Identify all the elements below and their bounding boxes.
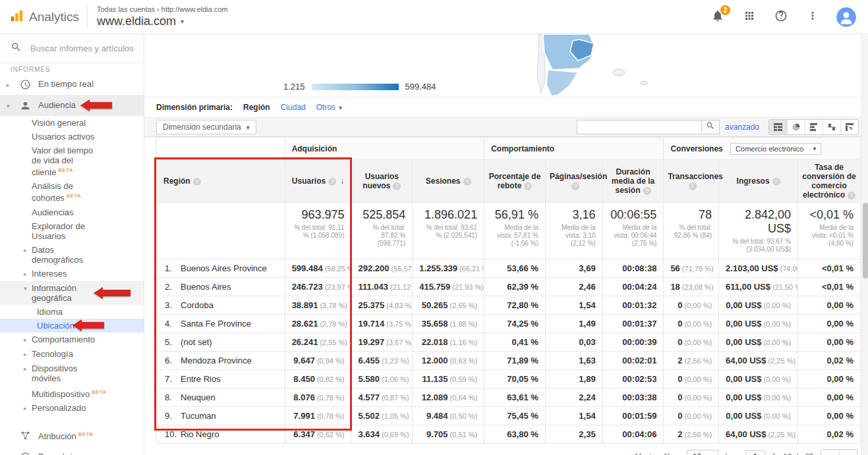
transacciones-cell: 56(71,79 %)	[664, 259, 719, 278]
chevron-down-icon: ▾	[246, 124, 250, 131]
sidebar-item-informacion-geografica[interactable]: ▾Información geográfica	[0, 281, 144, 305]
sidebar-item-en-tiempo-real[interactable]: ▸En tiempo real	[0, 74, 144, 95]
paginas-sesion-cell: 2,46	[545, 278, 602, 296]
ecommerce-selector[interactable]: Comercio electrónico ▾	[730, 143, 821, 155]
region-name: Entre Rios	[181, 374, 221, 384]
prev-page-button[interactable]: ‹	[821, 450, 839, 455]
table-row[interactable]: 1.Buenos Aires Province599.484(58,25 %)2…	[157, 259, 861, 278]
more-menu-button[interactable]	[805, 9, 821, 25]
view-comparison-button[interactable]	[823, 120, 840, 134]
sidebar-item-intereses[interactable]: ▸Intereses	[0, 267, 144, 281]
view-performance-button[interactable]	[805, 120, 823, 134]
table-row[interactable]: 2.Buenos Aires246.723(23,97 %)111.043(21…	[157, 278, 861, 296]
table-row[interactable]: 9.Tucuman7.991(0,78 %)5.502(1,05 %)9.484…	[157, 407, 861, 425]
column-header-rebote[interactable]: Porcentaje de rebote?	[484, 160, 546, 203]
chevron-right-icon: ▸	[24, 245, 32, 255]
column-header-sesiones[interactable]: Sesiones?	[413, 160, 484, 203]
help-icon: ?	[193, 178, 201, 186]
sesiones-cell: 9.705(0,51 %)	[413, 425, 484, 444]
table-row[interactable]: 8.Neuquen8.076(0,78 %)4.577(0,87 %)12.08…	[157, 388, 861, 407]
sidebar-item-descubrir[interactable]: Descubrir	[0, 446, 144, 455]
sidebar-item-atribucion[interactable]: AtribuciónBETA	[0, 425, 144, 446]
sidebar-item-label: Idioma	[37, 307, 108, 317]
sort-desc-icon[interactable]: ↓	[340, 176, 344, 186]
dimension-ciudad[interactable]: Ciudad	[281, 103, 306, 112]
search-icon	[706, 121, 715, 133]
table-row[interactable]: 10.Rio Negro6.347(0,62 %)3.634(0,69 %)9.…	[157, 425, 861, 444]
rows-per-page-select[interactable]: 10 ▾	[687, 450, 718, 455]
transacciones-cell: 2(2,56 %)	[664, 352, 719, 370]
column-header-paginas-sesion[interactable]: Páginas/sesión?	[545, 160, 602, 203]
sidebar-item-label: Información geográfica	[32, 283, 103, 303]
column-header-usuarios-nuevos[interactable]: Usuarios nuevos?	[351, 160, 413, 203]
sidebar-item-dispositivos-moviles[interactable]: ▸Dispositivos móviles	[0, 361, 144, 385]
column-header-region[interactable]: Región?	[157, 160, 285, 203]
usuarios-nuevos-cell: 3.634(0,69 %)	[351, 425, 413, 444]
table-row[interactable]: 4.Santa Fe Province28.621(2,78 %)19.714(…	[157, 315, 861, 333]
chevron-right-icon: ▸	[24, 335, 32, 345]
sidebar-item-ubicacion[interactable]: Ubicación	[0, 319, 144, 333]
rebote-cell: 74,25 %	[484, 315, 546, 333]
sidebar-item-multidispositivo[interactable]: MultidispositivoBETA	[0, 385, 144, 401]
sesiones-cell: 50.265(2,65 %)	[413, 296, 484, 315]
tasa-cell: 0,00 %	[798, 296, 861, 315]
sidebar-item-valor-del-tiempo-de-vida-del-cliente[interactable]: Valor del tiempo de vida del clienteBETA	[0, 144, 144, 179]
scrollbar-thumb[interactable]	[863, 203, 868, 279]
region-cell: 4.Santa Fe Province	[157, 315, 285, 333]
dimension-region[interactable]: Región	[243, 103, 270, 112]
usuarios-cell: 9.647(0,94 %)	[285, 352, 351, 370]
sidebar-item-analisis-de-cohortes[interactable]: Análisis de cohortesBETA	[0, 179, 144, 205]
duracion-cell: 00:01:59	[602, 407, 664, 425]
sidebar-item-usuarios-activos[interactable]: Usuarios activos	[0, 130, 144, 144]
column-header-usuarios[interactable]: Usuarios?↓	[285, 160, 351, 203]
avatar[interactable]	[836, 7, 856, 27]
transacciones-cell: 0(0,00 %)	[664, 370, 719, 388]
table-row[interactable]: 5.(not set)26.241(2,55 %)19.297(3,67 %)2…	[157, 333, 861, 352]
advanced-filter-link[interactable]: avanzado	[725, 122, 759, 132]
table-search-button[interactable]	[702, 120, 720, 134]
usuarios-cell: 28.621(2,78 %)	[285, 315, 351, 333]
group-empty-cell	[157, 138, 285, 160]
duracion-cell: 00:08:38	[602, 259, 664, 278]
dimension-otros[interactable]: Otros ▾	[316, 103, 342, 112]
usuarios-cell: 26.241(2,55 %)	[285, 333, 351, 352]
view-table-button[interactable]	[769, 120, 787, 134]
view-pivot-button[interactable]	[840, 120, 858, 134]
ingresos-cell: 0,00 US$(0,00 %)	[719, 333, 798, 352]
table-row[interactable]: 7.Entre Rios8.450(0,82 %)5.580(1,06 %)11…	[157, 370, 861, 388]
table-search-input[interactable]	[577, 120, 702, 134]
view-percentage-button[interactable]	[787, 120, 805, 134]
goto-page-input[interactable]	[745, 450, 765, 455]
notifications-button[interactable]: 2	[710, 9, 726, 25]
sidebar-item-comportamiento[interactable]: ▸Comportamiento	[0, 333, 144, 347]
ingresos-cell: 64,00 US$(2,25 %)	[719, 425, 798, 444]
apps-grid-button[interactable]	[741, 9, 757, 25]
help-button[interactable]	[773, 9, 789, 25]
vertical-scrollbar[interactable]	[861, 35, 868, 455]
sidebar-item-datos-demograficos[interactable]: ▸Datos demográficos	[0, 243, 144, 267]
sidebar-item-idioma[interactable]: Idioma	[0, 305, 144, 319]
account-selector[interactable]: www.eldia.com ▾	[97, 14, 228, 28]
column-header-transacciones[interactable]: Transacciones?	[664, 160, 719, 203]
sidebar-item-audiencias[interactable]: Audiencias	[0, 205, 144, 219]
usuarios-nuevos-cell: 19.714(3,75 %)	[351, 315, 413, 333]
sidebar-search[interactable]	[0, 34, 144, 63]
sidebar-item-tecnologia[interactable]: ▸Tecnología	[0, 347, 144, 361]
rebote-cell: 70,05 %	[484, 370, 546, 388]
usuarios-cell: 38.891(3,78 %)	[285, 296, 351, 315]
column-header-tasa[interactable]: Tasa de conversión de comercio electróni…	[798, 160, 861, 203]
table-row[interactable]: 6.Mendoza Province9.647(0,94 %)6.455(1,2…	[157, 352, 861, 370]
secondary-dimension-button[interactable]: Dimensión secundaria ▾	[156, 120, 256, 134]
column-header-duracion[interactable]: Duración media de la sesión?	[602, 160, 664, 203]
sidebar-item-audiencia[interactable]: ▾Audiencia	[0, 95, 144, 116]
next-page-button[interactable]: ›	[839, 450, 857, 455]
search-icon	[11, 41, 22, 55]
sidebar-item-explorador-de-usuarios[interactable]: Explorador de Usuarios	[0, 219, 144, 243]
sidebar-item-personalizado[interactable]: ▸Personalizado	[0, 401, 144, 415]
sesiones-cell: 11.135(0,59 %)	[413, 370, 484, 388]
search-input[interactable]	[30, 43, 136, 53]
analytics-logo[interactable]: Analytics	[9, 9, 87, 26]
column-header-ingresos[interactable]: Ingresos?	[719, 160, 798, 203]
sidebar-item-vision-general[interactable]: Visión general	[0, 116, 144, 130]
table-row[interactable]: 3.Cordoba38.891(3,78 %)25.375(4,83 %)50.…	[157, 296, 861, 315]
